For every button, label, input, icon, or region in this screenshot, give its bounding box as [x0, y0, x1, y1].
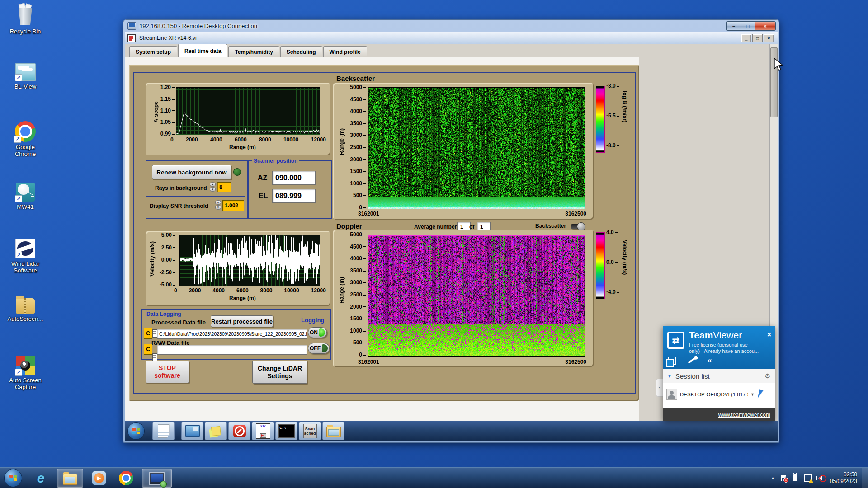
annotate-brush-icon[interactable] — [688, 357, 695, 364]
backscatter-toggle[interactable] — [571, 224, 584, 229]
vi-titlebar[interactable]: StreamLine XR v14-6.vi _ □ × — [125, 32, 778, 44]
teamviewer-link[interactable]: www.teamviewer.com — [718, 412, 770, 418]
processed-drive-box[interactable]: C — [144, 328, 152, 339]
network-warning-icon[interactable] — [804, 474, 812, 482]
session-entry-row[interactable]: DESKTOP-OE0QDVI (1 817 937 ▼ — [663, 383, 775, 406]
change-line2: Settings — [267, 372, 292, 380]
icon-label: MW41 — [4, 203, 47, 210]
icon-label: Google Chrome — [7, 144, 44, 157]
collapse-chevrons-icon[interactable]: « — [708, 356, 712, 365]
raw-path-field[interactable] — [157, 345, 307, 355]
volume-muted-icon[interactable] — [818, 475, 822, 481]
remote-command-prompt-button[interactable]: C:\_ — [275, 422, 297, 440]
remote-scan-scheduler-button[interactable]: Scansched — [299, 422, 321, 440]
az-value-field[interactable]: 090.000 — [272, 171, 316, 185]
rays-label: Rays in background — [155, 185, 207, 191]
rays-spinner[interactable]: ▲▼ — [210, 182, 216, 191]
start-button[interactable] — [3, 469, 24, 487]
teamviewer-collapse-tab[interactable]: › — [656, 379, 663, 397]
session-list-header[interactable]: ▼ Session list ⚙ — [663, 369, 775, 383]
tab-system-setup[interactable]: System setup — [129, 46, 177, 57]
velocity-x-tick: 2000 — [189, 287, 201, 294]
renew-background-button[interactable]: Renew background now — [152, 165, 231, 179]
tab-scheduling[interactable]: Scheduling — [280, 46, 322, 57]
dark-lamp-icon — [322, 344, 328, 352]
vi-restore-button[interactable]: □ — [752, 34, 763, 42]
power-plug-icon[interactable] — [793, 474, 797, 481]
session-dropdown-icon[interactable]: ▼ — [750, 392, 755, 397]
license-line2: only) - Already have an accou... — [689, 348, 759, 354]
colorbar-tick: -5.5 — [606, 113, 619, 119]
processed-path-field[interactable]: C:\Lidar\Data\Proc\2023\202309\20230905\… — [157, 329, 307, 339]
velocity-plot[interactable] — [179, 235, 320, 286]
action-center-flag-icon[interactable]: x — [781, 475, 787, 481]
close-button[interactable]: × — [755, 21, 776, 31]
media-player-icon: ▶ — [92, 471, 106, 485]
backscatter-colorbar-ticks: -3.0-5.5-8.0 — [606, 83, 621, 149]
doppler-y-tick: 500 — [353, 339, 366, 346]
stop-software-button[interactable]: STOP software — [146, 361, 189, 383]
desktop-icon-wind-lidar[interactable]: ↗ Wind Lidar Software — [4, 239, 47, 274]
vi-close-button[interactable]: × — [764, 34, 774, 42]
ascope-plot[interactable] — [176, 87, 320, 135]
snr-spinner[interactable]: ▲▼ — [215, 200, 221, 209]
remote-explorer-button[interactable] — [322, 422, 344, 440]
remote-shutdown-button[interactable] — [228, 422, 250, 440]
desktop-icon-mw41[interactable]: ↗ MW41 — [4, 183, 47, 210]
gear-icon[interactable]: ⚙ — [764, 372, 770, 380]
velocity-x-tick: 4000 — [212, 287, 225, 294]
change-lidar-settings-button[interactable]: Change LiDAR Settings — [252, 361, 307, 384]
processed-logging-on-switch[interactable]: ON — [308, 327, 327, 338]
taskbar-internet-explorer[interactable]: e — [30, 469, 52, 487]
remote-notepad-button[interactable] — [152, 422, 175, 440]
vi-window-title: StreamLine XR v14-6.vi — [139, 35, 197, 41]
vi-minimize-button[interactable]: _ — [741, 34, 751, 42]
doppler-y-tick: 3500 — [350, 267, 366, 274]
on-label: ON — [310, 329, 318, 336]
tab-wind-profile[interactable]: Wind profile — [323, 46, 367, 57]
snr-value-field[interactable]: 1.002 — [222, 200, 244, 211]
restart-processed-file-button[interactable]: Restart processed file — [211, 315, 273, 327]
el-value-field[interactable]: 089.999 — [272, 189, 316, 203]
connect-cursor-icon[interactable] — [758, 389, 764, 399]
tray-expand-icon[interactable]: ▲ — [771, 476, 775, 480]
taskbar-remote-desktop[interactable] — [142, 469, 172, 488]
raw-logging-off-switch[interactable]: OFF — [308, 343, 330, 354]
desktop-icon-auto-screen-capture[interactable]: ↗ Auto Screen Capture — [4, 356, 47, 390]
expander-triangle-icon[interactable]: ▼ — [667, 374, 672, 379]
tab-temp-humidity[interactable]: Temp/humidity — [228, 46, 279, 57]
rays-value-field[interactable]: 8 — [217, 182, 231, 192]
taskbar-explorer[interactable] — [57, 469, 83, 488]
snr-label: Display SNR threshold — [150, 203, 208, 209]
ascope-y-tick: 1.10 — [160, 108, 175, 114]
raw-drive-box[interactable]: C — [144, 344, 152, 355]
scan-sched-icon: Scansched — [303, 424, 317, 438]
doppler-colorbar-ticks: 4.00.0-4.0 — [606, 229, 621, 295]
remote-sticky-notes-button[interactable] — [205, 422, 227, 440]
teamviewer-close-icon[interactable]: × — [767, 331, 771, 339]
remote-streamline-xr-button[interactable]: XR — [252, 422, 274, 440]
doppler-heatmap[interactable] — [368, 235, 585, 357]
remote-display-settings-button[interactable] — [181, 422, 203, 440]
desktop-icon-bl-view[interactable]: ↗ BL-View — [4, 63, 47, 90]
colorbar-tick: 4.0 — [606, 229, 618, 235]
rdp-titlebar[interactable]: 192.168.0.150 - Remote Desktop Connectio… — [123, 19, 779, 32]
taskbar-media-player[interactable]: ▶ — [88, 469, 110, 487]
maximize-button[interactable]: □ — [741, 21, 755, 31]
scanner-position-title: Scanner position — [252, 158, 299, 164]
desktop-icon-recycle-bin[interactable]: Recycle Bin — [4, 4, 47, 35]
clipboard-icon[interactable] — [668, 357, 676, 365]
taskbar-chrome[interactable] — [115, 469, 137, 487]
backscatter-heatmap[interactable] — [368, 87, 585, 209]
tab-real-time-data[interactable]: Real time data — [178, 44, 227, 57]
desktop-icon-google-chrome[interactable]: ↗ Google Chrome — [4, 121, 47, 157]
desktop-icon-autoscreen-zip[interactable]: AutoScreen... — [4, 298, 47, 322]
minimize-button[interactable]: – — [726, 21, 741, 31]
vi-window-controls: _ □ × — [740, 34, 774, 42]
license-line1: Free license (personal use — [689, 342, 759, 348]
remote-desktop-icon — [149, 472, 165, 485]
taskbar-clock[interactable]: 02:50 05/09/2023 — [830, 471, 857, 485]
power-icon — [233, 425, 246, 437]
show-desktop-button[interactable] — [862, 468, 868, 488]
remote-start-button[interactable] — [127, 422, 145, 440]
